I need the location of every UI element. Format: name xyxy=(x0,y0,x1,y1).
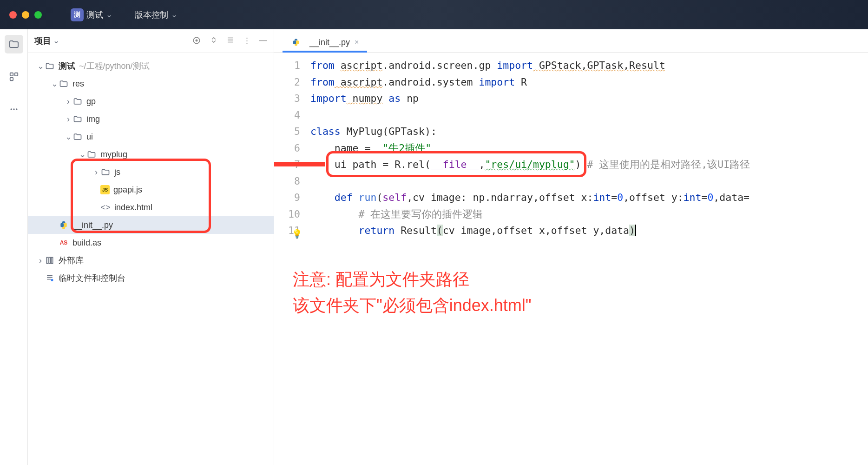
folder-icon xyxy=(45,61,55,71)
tree-label: __init__.py xyxy=(72,220,113,230)
tree-path: ~/工程/python/测试 xyxy=(79,60,150,72)
tree-label: gp xyxy=(86,97,96,106)
structure-tool-button[interactable] xyxy=(5,67,23,86)
tree-label: res xyxy=(72,79,84,89)
chevron-down-icon: ⌄ xyxy=(106,10,112,20)
svg-point-5 xyxy=(16,108,17,110)
tree-file-gpapi-js[interactable]: JS gpapi.js xyxy=(28,181,274,199)
folder-icon xyxy=(72,114,83,124)
editor-tabs: __init__.py × xyxy=(274,29,868,53)
minimize-window-button[interactable] xyxy=(22,11,29,19)
line-gutter: 1 2 3 4 5 6 7 8 9 10 💡11 xyxy=(274,57,310,239)
settings-button[interactable] xyxy=(226,36,235,46)
line-number: 4 xyxy=(274,107,300,124)
app-name: 测试 xyxy=(86,9,103,20)
project-panel-header: 项目 ⌄ ⋮ — xyxy=(28,29,274,53)
editor-area: __init__.py × 1 2 3 4 5 6 7 8 9 10 💡11 f… xyxy=(274,29,868,465)
chevron-down-icon: ⌄ xyxy=(36,61,45,71)
svg-rect-12 xyxy=(51,257,53,263)
folder-icon xyxy=(100,167,111,177)
line-number: 10 xyxy=(274,206,300,223)
tree-label: js xyxy=(114,167,120,177)
svg-rect-14 xyxy=(293,40,296,44)
code-content[interactable]: from ascript.android.screen.gp import GP… xyxy=(310,57,868,239)
tool-iconbar xyxy=(0,29,28,465)
folder-icon xyxy=(72,96,83,106)
svg-rect-11 xyxy=(49,257,50,263)
tab-init-py[interactable]: __init__.py × xyxy=(283,33,367,52)
tree-scratches[interactable]: 临时文件和控制台 xyxy=(28,269,274,287)
chevron-right-icon: › xyxy=(64,97,72,106)
html-file-icon: <> xyxy=(100,202,111,213)
tree-label: img xyxy=(86,114,100,124)
line-number: 7 xyxy=(274,156,300,173)
vcs-label: 版本控制 xyxy=(135,9,168,20)
chevron-down-icon[interactable]: ⌄ xyxy=(53,36,59,46)
titlebar: 测 测试 ⌄ 版本控制 ⌄ xyxy=(0,0,868,29)
svg-point-4 xyxy=(13,108,14,110)
svg-rect-2 xyxy=(10,78,13,80)
svg-rect-10 xyxy=(46,257,48,263)
tree-folder-gp[interactable]: › gp xyxy=(28,93,274,110)
hide-panel-button[interactable]: — xyxy=(259,36,267,46)
main-layout: 项目 ⌄ ⋮ — ⌄ 测试 ~/工程/python/测试 ⌄ xyxy=(0,29,868,465)
tree-label: 临时文件和控制台 xyxy=(59,272,125,284)
chevron-down-icon: ⌄ xyxy=(64,132,72,142)
scratch-icon xyxy=(45,273,55,283)
line-number: 5 xyxy=(274,123,300,140)
project-tool-button[interactable] xyxy=(5,35,23,53)
tree-label: myplug xyxy=(100,150,127,159)
folder-icon xyxy=(86,149,97,159)
tree-file-init-py[interactable]: __init__.py xyxy=(28,216,274,234)
python-file-icon xyxy=(291,37,301,47)
library-icon xyxy=(45,255,55,266)
line-number: 2 xyxy=(274,74,300,91)
svg-rect-0 xyxy=(10,73,13,76)
app-icon: 测 xyxy=(71,8,84,21)
svg-rect-9 xyxy=(64,223,67,227)
expand-all-button[interactable] xyxy=(210,36,218,46)
tab-label: __init__.py xyxy=(309,38,350,47)
tree-label: gpapi.js xyxy=(113,185,142,195)
tree-folder-myplug[interactable]: ⌄ myplug xyxy=(28,146,274,163)
tree-folder-res[interactable]: ⌄ res xyxy=(28,75,274,93)
tree-file-index-html[interactable]: <> index.html xyxy=(28,199,274,216)
line-number: 💡11 xyxy=(274,222,300,239)
line-number: 3 xyxy=(274,90,300,107)
tree-folder-img[interactable]: › img xyxy=(28,110,274,128)
more-options-button[interactable]: ⋮ xyxy=(243,36,251,46)
project-panel-title: 项目 xyxy=(34,35,51,46)
close-tab-button[interactable]: × xyxy=(355,38,359,46)
select-opened-file-button[interactable] xyxy=(192,36,201,46)
project-panel-actions: ⋮ — xyxy=(192,36,267,46)
tree-label: 测试 xyxy=(59,60,75,72)
chevron-right-icon: › xyxy=(36,256,45,266)
line-number: 6 xyxy=(274,140,300,157)
folder-icon xyxy=(59,79,69,89)
tree-external-libraries[interactable]: › 外部库 xyxy=(28,252,274,269)
tree-label: build.as xyxy=(72,238,101,248)
svg-rect-15 xyxy=(296,40,299,44)
code-editor[interactable]: 1 2 3 4 5 6 7 8 9 10 💡11 from ascript.an… xyxy=(274,53,868,239)
svg-point-7 xyxy=(196,40,197,41)
project-menu[interactable]: 测 测试 ⌄ xyxy=(71,8,112,21)
chevron-down-icon: ⌄ xyxy=(171,10,178,20)
tree-file-build-as[interactable]: AS build.as xyxy=(28,234,274,252)
svg-point-3 xyxy=(10,108,12,110)
tree-label: index.html xyxy=(114,203,152,213)
svg-rect-8 xyxy=(60,223,64,227)
vcs-menu[interactable]: 版本控制 ⌄ xyxy=(132,9,178,20)
tree-folder-ui[interactable]: ⌄ ui xyxy=(28,128,274,146)
more-tool-button[interactable] xyxy=(5,100,23,119)
chevron-right-icon: › xyxy=(92,167,100,177)
js-file-icon: JS xyxy=(100,185,110,194)
tree-root[interactable]: ⌄ 测试 ~/工程/python/测试 xyxy=(28,57,274,75)
annotation-text: 注意: 配置为文件夹路径 该文件夹下"必须包含index.html" xyxy=(293,266,532,319)
lightbulb-icon[interactable]: 💡 xyxy=(292,226,302,242)
close-window-button[interactable] xyxy=(9,11,17,19)
tree-folder-js[interactable]: › js xyxy=(28,163,274,181)
folder-icon xyxy=(72,132,83,142)
maximize-window-button[interactable] xyxy=(34,11,42,19)
tree-label: ui xyxy=(86,132,93,142)
tree-label: 外部库 xyxy=(59,255,84,266)
